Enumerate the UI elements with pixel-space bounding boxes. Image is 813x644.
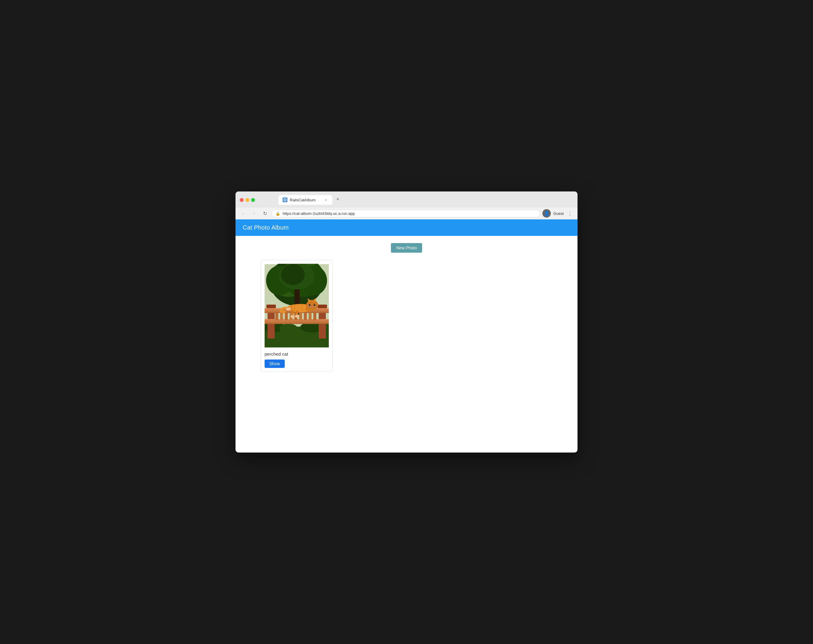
tab-favicon [283, 198, 288, 202]
app-content: Cat Photo Album New Photo [236, 219, 577, 446]
forward-button[interactable]: › [250, 209, 258, 218]
app-header: Cat Photo Album [236, 219, 577, 236]
toolbar-bar: ‹ › ↻ 🔒 https://cat-album-2uzkt43tdq-uc.… [236, 207, 577, 219]
svg-point-49 [314, 304, 315, 306]
back-button[interactable]: ‹ [239, 209, 248, 218]
svg-rect-28 [280, 313, 283, 320]
photo-image-container [265, 264, 329, 348]
user-label: Guest [553, 211, 564, 216]
svg-rect-35 [313, 313, 316, 320]
svg-rect-18 [266, 305, 276, 308]
app-title: Cat Photo Album [243, 224, 289, 231]
tab-bar: RailsCatAlbum × + [257, 195, 363, 205]
new-photo-container: New Photo [243, 243, 570, 253]
show-button[interactable]: Show [265, 359, 285, 368]
svg-rect-38 [291, 305, 292, 311]
app-body: New Photo [236, 236, 577, 446]
minimize-window-button[interactable] [245, 198, 249, 202]
svg-rect-26 [265, 323, 329, 324]
svg-point-58 [290, 315, 295, 318]
svg-rect-20 [317, 305, 327, 308]
browser-menu-icon[interactable]: ⋮ [566, 210, 574, 217]
svg-point-51 [314, 304, 315, 305]
svg-point-14 [280, 324, 297, 333]
photo-name: perched cat [265, 351, 329, 357]
url-text: https://cat-album-2uzkt43tdq-uc.a.run.ap… [283, 211, 536, 216]
svg-point-61 [286, 308, 291, 311]
toolbar-right: 👤 Guest ⋮ [542, 209, 574, 218]
user-avatar-icon[interactable]: 👤 [542, 209, 551, 218]
svg-rect-32 [299, 313, 302, 320]
svg-rect-40 [302, 305, 303, 311]
browser-window: RailsCatAlbum × + ‹ › ↻ 🔒 https://cat-al… [236, 192, 577, 452]
title-bar: RailsCatAlbum × + [236, 192, 577, 207]
browser-chrome: RailsCatAlbum × + ‹ › ↻ 🔒 https://cat-al… [236, 192, 577, 219]
svg-point-48 [309, 304, 311, 306]
cat-photo-image [265, 264, 329, 348]
new-tab-button[interactable]: + [334, 195, 342, 204]
favicon-icon [283, 198, 286, 201]
close-window-button[interactable] [240, 198, 243, 202]
svg-point-60 [295, 315, 299, 318]
svg-point-62 [305, 308, 310, 311]
lock-icon: 🔒 [276, 211, 280, 216]
svg-point-50 [310, 304, 311, 305]
active-tab[interactable]: RailsCatAlbum × [279, 195, 332, 205]
svg-rect-29 [285, 313, 288, 320]
new-photo-button[interactable]: New Photo [391, 243, 422, 253]
tab-title: RailsCatAlbum [290, 198, 321, 202]
traffic-lights [240, 198, 255, 202]
svg-rect-27 [276, 313, 279, 320]
photos-grid: perched cat Show [243, 260, 570, 372]
maximize-window-button[interactable] [251, 198, 255, 202]
svg-rect-34 [309, 313, 312, 320]
svg-rect-33 [304, 313, 307, 320]
svg-point-42 [282, 310, 286, 314]
tab-close-button[interactable]: × [323, 198, 328, 202]
reload-button[interactable]: ↻ [261, 209, 269, 218]
svg-point-11 [281, 264, 305, 285]
address-bar[interactable]: 🔒 https://cat-album-2uzkt43tdq-uc.a.run.… [271, 210, 540, 217]
photo-card: perched cat Show [261, 260, 333, 372]
svg-rect-39 [294, 304, 295, 311]
